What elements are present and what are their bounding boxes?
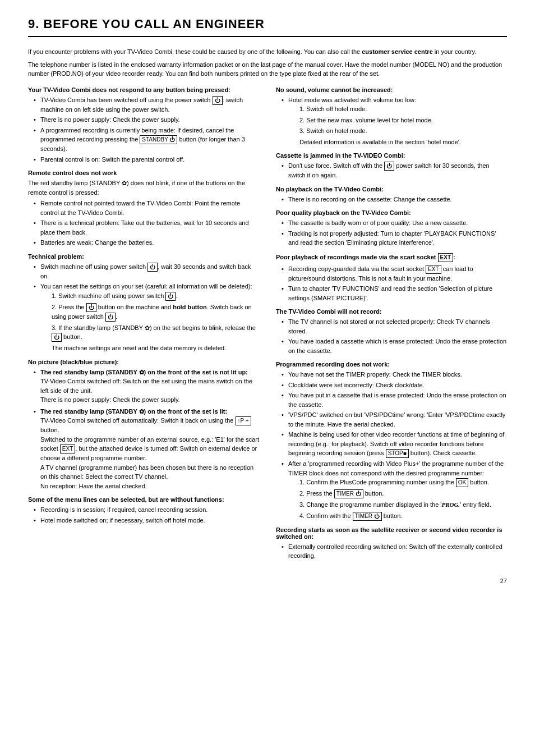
section-technical-list: Switch machine off using power switch ⏻,… xyxy=(28,262,259,353)
section-no-playback-title: No playback on the TV-Video Combi: xyxy=(276,186,507,193)
section-menu-lines-title: Some of the menu lines can be selected, … xyxy=(28,496,259,503)
left-column: Your TV-Video Combi does not respond to … xyxy=(28,86,259,566)
list-item: Machine is being used for other video re… xyxy=(282,430,507,458)
list-item: You have not set the TIMER properly: Che… xyxy=(282,370,507,379)
section-satellite: Recording starts as soon as the satellit… xyxy=(276,526,507,561)
section-poor-quality: Poor quality playback on the TV-Video Co… xyxy=(276,209,507,248)
list-item: The TV channel is not stored or not sele… xyxy=(282,317,507,336)
list-item: There is no power supply: Check the powe… xyxy=(34,115,259,125)
list-item: You have loaded a cassette which is eras… xyxy=(282,337,507,355)
section-no-sound-title: No sound, volume cannot be increased: xyxy=(276,86,507,93)
section-no-picture-list: The red standby lamp (STANDBY ✿) on the … xyxy=(28,368,259,491)
section-no-picture: No picture (black/blue picture): The red… xyxy=(28,359,259,491)
section-prog-recording: Programmed recording does not work: You … xyxy=(276,361,507,521)
section-no-sound: No sound, volume cannot be increased: Ho… xyxy=(276,86,507,147)
list-item: Don't use force. Switch off with the ⏻ p… xyxy=(282,161,507,180)
list-item: The red standby lamp (STANDBY ✿) on the … xyxy=(34,407,259,491)
list-item: You can reset the settings on your set (… xyxy=(34,282,259,353)
section-cassette-jammed-list: Don't use force. Switch off with the ⏻ p… xyxy=(276,161,507,180)
section-menu-lines: Some of the menu lines can be selected, … xyxy=(28,496,259,525)
list-item: A programmed recording is currently bein… xyxy=(34,126,259,154)
section-no-playback: No playback on the TV-Video Combi: There… xyxy=(276,186,507,204)
section-poor-quality-title: Poor quality playback on the TV-Video Co… xyxy=(276,209,507,216)
list-item: There is no recording on the cassette: C… xyxy=(282,195,507,204)
section-remote: Remote control does not work The red sta… xyxy=(28,169,259,248)
section-will-not-record: The TV-Video Combi will not record: The … xyxy=(276,308,507,355)
section-menu-lines-list: Recording is in session; if required, ca… xyxy=(28,505,259,525)
list-item: Hotel mode switched on; if necessary, sw… xyxy=(34,516,259,525)
section-remote-title: Remote control does not work xyxy=(28,169,259,176)
list-item: Recording copy-guarded data via the scar… xyxy=(282,264,507,283)
section-no-playback-list: There is no recording on the cassette: C… xyxy=(276,195,507,204)
list-item: Recording is in session; if required, ca… xyxy=(34,505,259,515)
list-item: Switch machine off using power switch ⏻,… xyxy=(34,262,259,281)
section-satellite-title: Recording starts as soon as the satellit… xyxy=(276,526,507,540)
list-item: Hotel mode was activated with volume too… xyxy=(282,95,507,147)
list-item: TV-Video Combi has been switched off usi… xyxy=(34,95,259,114)
list-item: The cassette is badly worn or of poor qu… xyxy=(282,218,507,228)
section-satellite-list: Externally controlled recording switched… xyxy=(276,542,507,561)
list-item: 'VPS/PDC' switched on but 'VPS/PDCtime' … xyxy=(282,410,507,429)
section-cassette-jammed: Cassette is jammed in the TV-VIDEO Combi… xyxy=(276,152,507,180)
list-item: The red standby lamp (STANDBY ✿) on the … xyxy=(34,368,259,405)
intro-text: If you encounter problems with your TV-V… xyxy=(28,47,507,79)
section-cassette-jammed-title: Cassette is jammed in the TV-VIDEO Combi… xyxy=(276,152,507,159)
section-remote-list: Remote control not pointed toward the TV… xyxy=(28,199,259,248)
list-item: Remote control not pointed toward the TV… xyxy=(34,199,259,217)
list-item: You have put in a cassette that is erase… xyxy=(282,391,507,409)
section-no-button-list: TV-Video Combi has been switched off usi… xyxy=(28,95,259,164)
section-no-sound-list: Hotel mode was activated with volume too… xyxy=(276,95,507,147)
section-no-button: Your TV-Video Combi does not respond to … xyxy=(28,86,259,164)
list-item: Tracking is not properly adjusted: Turn … xyxy=(282,229,507,248)
section-poor-scart-title: Poor playback of recordings made via the… xyxy=(276,253,507,262)
list-item: After a 'programmed recording with Video… xyxy=(282,459,507,521)
section-will-not-record-list: The TV channel is not stored or not sele… xyxy=(276,317,507,355)
list-item: There is a technical problem: Take out t… xyxy=(34,218,259,237)
section-prog-recording-title: Programmed recording does not work: xyxy=(276,361,507,368)
list-item: Externally controlled recording switched… xyxy=(282,542,507,561)
section-technical-title: Technical problem: xyxy=(28,253,259,260)
list-item: Clock/date were set incorrectly: Check c… xyxy=(282,381,507,390)
section-poor-scart-list: Recording copy-guarded data via the scar… xyxy=(276,264,507,303)
section-prog-recording-list: You have not set the TIMER properly: Che… xyxy=(276,370,507,521)
section-no-picture-title: No picture (black/blue picture): xyxy=(28,359,259,365)
list-item: Parental control is on: Switch the paren… xyxy=(34,155,259,164)
section-will-not-record-title: The TV-Video Combi will not record: xyxy=(276,308,507,315)
section-poor-scart: Poor playback of recordings made via the… xyxy=(276,253,507,303)
section-poor-quality-list: The cassette is badly worn or of poor qu… xyxy=(276,218,507,248)
section-no-button-title: Your TV-Video Combi does not respond to … xyxy=(28,86,259,93)
page-number: 27 xyxy=(28,578,507,584)
right-column: No sound, volume cannot be increased: Ho… xyxy=(276,86,507,566)
page-title: 9. BEFORE YOU CALL AN ENGINEER xyxy=(28,17,507,37)
list-item: Batteries are weak: Change the batteries… xyxy=(34,238,259,248)
section-technical: Technical problem: Switch machine off us… xyxy=(28,253,259,353)
list-item: Turn to chapter 'TV FUNCTIONS' and read … xyxy=(282,284,507,303)
section-remote-body: The red standby lamp (STANDBY ✿) does no… xyxy=(28,178,259,197)
